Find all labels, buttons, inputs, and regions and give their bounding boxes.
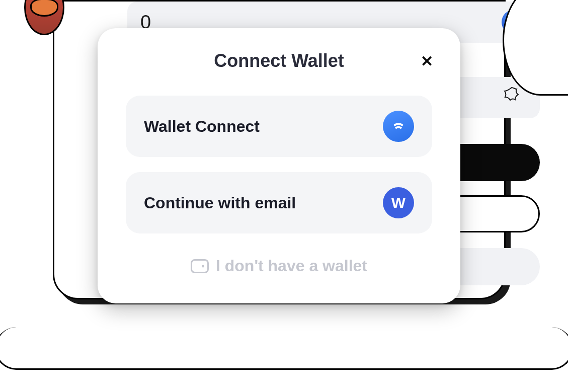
no-wallet-label: I don't have a wallet — [216, 257, 367, 275]
email-option[interactable]: Continue with email W — [126, 172, 432, 233]
walletconnect-icon — [383, 111, 414, 142]
option-label: Continue with email — [144, 194, 296, 212]
connect-wallet-modal: Connect Wallet ✕ Wallet Connect Continue… — [98, 28, 460, 303]
wallet-icon — [191, 259, 209, 273]
option-label: Wallet Connect — [144, 117, 260, 136]
modal-header: Connect Wallet ✕ — [126, 50, 432, 71]
close-icon: ✕ — [421, 52, 433, 70]
modal-title: Connect Wallet — [214, 50, 344, 71]
no-wallet-button[interactable]: I don't have a wallet — [126, 249, 432, 275]
email-wallet-icon: W — [383, 187, 414, 218]
close-button[interactable]: ✕ — [418, 52, 435, 69]
background-curve — [0, 327, 568, 370]
wallet-connect-option[interactable]: Wallet Connect — [126, 96, 432, 157]
